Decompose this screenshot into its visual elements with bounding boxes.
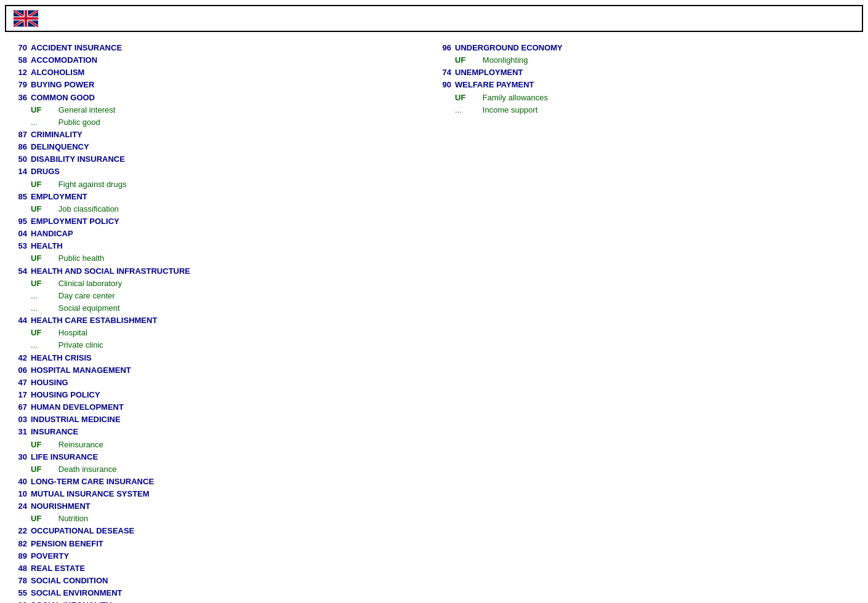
sub-item: UF Moonlighting <box>455 54 846 66</box>
list-item: 82PENSION BENEFIT <box>10 538 422 550</box>
dots-label: ... <box>31 290 48 302</box>
uf-term: Job classification <box>52 203 119 215</box>
uk-flag-icon <box>14 10 38 27</box>
item-term: UNEMPLOYMENT <box>455 66 523 79</box>
item-number: 31 <box>10 426 27 438</box>
list-item: 67HUMAN DEVELOPMENT <box>10 401 422 413</box>
uf-term: Death insurance <box>52 463 117 476</box>
sub-item: UF Public health <box>31 252 422 265</box>
list-item: 50DISABILITY INSURANCE <box>10 153 422 166</box>
item-number: 44 <box>10 314 27 327</box>
list-item: 53HEALTH <box>10 240 422 252</box>
item-term: REAL ESTATE <box>31 562 85 575</box>
item-number: 87 <box>10 129 27 141</box>
dots-label: ... <box>31 339 48 351</box>
sub-item: ... Social equipment <box>31 302 422 314</box>
item-term: UNDERGROUND ECONOMY <box>455 42 563 54</box>
item-term: PENSION BENEFIT <box>31 538 103 550</box>
item-number: 95 <box>10 215 27 228</box>
header <box>5 5 863 32</box>
item-number: 22 <box>10 525 27 537</box>
item-term: COMMON GOOD <box>31 92 95 104</box>
list-item: 40LONG-TERM CARE INSURANCE <box>10 476 422 488</box>
list-item: 03INDUSTRIAL MEDICINE <box>10 413 422 426</box>
item-term: INDUSTRIAL MEDICINE <box>31 413 121 426</box>
item-term: SOCIAL CONDITION <box>31 575 108 587</box>
uf-term: Fight against drugs <box>52 178 126 191</box>
uf-term: Reinsurance <box>52 439 103 451</box>
item-term: BUYING POWER <box>31 79 94 91</box>
sub-item: UF Death insurance <box>31 463 422 476</box>
sub-item: UF Fight against drugs <box>31 178 422 191</box>
item-term: ACCIDENT INSURANCE <box>31 42 122 54</box>
list-item: 17HOUSING POLICY <box>10 389 422 401</box>
uf-label: UF <box>31 203 48 215</box>
item-number: 50 <box>10 153 27 166</box>
item-term: HEALTH AND SOCIAL INFRASTRUCTURE <box>31 265 190 278</box>
item-term: HEALTH CRISIS <box>31 352 92 364</box>
dots-label: ... <box>31 302 48 314</box>
sub-item: UF Family allowances <box>455 92 846 104</box>
uf-label: UF <box>31 463 48 476</box>
item-term: HOUSING POLICY <box>31 389 100 401</box>
list-item: 55SOCIAL ENVIRONMENT <box>10 587 422 599</box>
dots-term: Day care center <box>52 290 115 302</box>
item-term: ALCOHOLISM <box>31 66 84 79</box>
list-item: 42HEALTH CRISIS <box>10 352 422 364</box>
list-item: 14DRUGS <box>10 166 422 178</box>
item-term: DELINQUENCY <box>31 141 89 153</box>
item-number: 06 <box>10 364 27 377</box>
list-item: 47HOUSING <box>10 377 422 389</box>
item-number: 96 <box>434 42 451 54</box>
sub-item: ... Day care center <box>31 290 422 302</box>
list-item: 85EMPLOYMENT <box>10 191 422 203</box>
item-number: 03 <box>10 413 27 426</box>
item-term: CRIMINALITY <box>31 129 82 141</box>
list-item: 99SOCIAL INEQUALITY <box>10 599 422 603</box>
list-item: 78SOCIAL CONDITION <box>10 575 422 587</box>
list-item: 87CRIMINALITY <box>10 129 422 141</box>
uf-label: UF <box>455 54 472 66</box>
item-number: 58 <box>10 54 27 66</box>
list-item: 36COMMON GOOD <box>10 92 422 104</box>
sub-item: UF Clinical laboratory <box>31 278 422 290</box>
item-number: 55 <box>10 587 27 599</box>
uf-term: General interest <box>52 104 115 116</box>
uf-term: Hospital <box>52 327 87 339</box>
item-number: 36 <box>10 92 27 104</box>
item-term: INSURANCE <box>31 426 78 438</box>
sub-item: UF Hospital <box>31 327 422 339</box>
item-number: 10 <box>10 488 27 500</box>
item-term: DISABILITY INSURANCE <box>31 153 125 166</box>
item-number: 86 <box>10 141 27 153</box>
list-item: 89POVERTY <box>10 550 422 562</box>
list-item: 44HEALTH CARE ESTABLISHMENT <box>10 314 422 327</box>
item-number: 53 <box>10 240 27 252</box>
item-number: 40 <box>10 476 27 488</box>
item-term: HUMAN DEVELOPMENT <box>31 401 124 413</box>
dots-term: Social equipment <box>52 302 120 314</box>
item-number: 82 <box>10 538 27 550</box>
item-term: POVERTY <box>31 550 69 562</box>
list-item: 79BUYING POWER <box>10 79 422 91</box>
sub-item: UF Reinsurance <box>31 439 422 451</box>
list-item: 90WELFARE PAYMENT <box>434 79 846 91</box>
list-item: 04HANDICAP <box>10 228 422 240</box>
list-item: 70ACCIDENT INSURANCE <box>10 42 422 54</box>
list-item: 96UNDERGROUND ECONOMY <box>434 42 846 54</box>
list-item: 74UNEMPLOYMENT <box>434 66 846 79</box>
uf-term: Family allowances <box>476 92 548 104</box>
item-term: EMPLOYMENT <box>31 191 87 203</box>
item-number: 30 <box>10 451 27 463</box>
dots-term: Income support <box>476 104 537 116</box>
list-item: 54HEALTH AND SOCIAL INFRASTRUCTURE <box>10 265 422 278</box>
item-number: 74 <box>434 66 451 79</box>
uf-label: UF <box>31 439 48 451</box>
item-number: 12 <box>10 66 27 79</box>
list-item: 06HOSPITAL MANAGEMENT <box>10 364 422 377</box>
uf-label: UF <box>31 178 48 191</box>
item-term: MUTUAL INSURANCE SYSTEM <box>31 488 150 500</box>
item-term: HEALTH CARE ESTABLISHMENT <box>31 314 157 327</box>
item-number: 14 <box>10 166 27 178</box>
list-item: 22OCCUPATIONAL DESEASE <box>10 525 422 537</box>
